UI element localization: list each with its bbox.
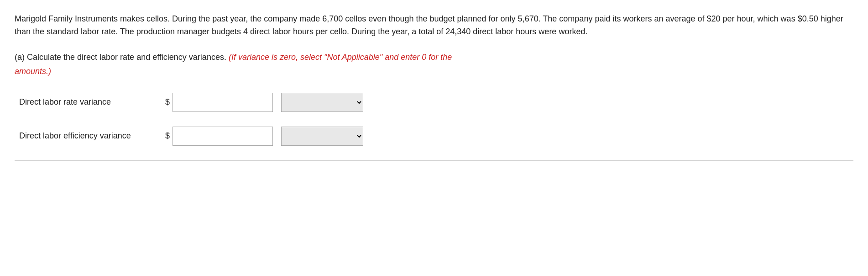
rate-variance-input[interactable]: [173, 93, 273, 112]
page-container: Marigold Family Instruments makes cellos…: [0, 0, 868, 175]
instruction-red-inline: (If variance is zero, select "Not Applic…: [229, 53, 452, 62]
rate-variance-label: Direct labor rate variance: [19, 97, 165, 107]
rate-dollar-sign: $: [165, 97, 170, 107]
rate-variance-row: Direct labor rate variance $ Favorable U…: [15, 93, 853, 112]
instruction-red-continuation: amounts.): [15, 67, 853, 76]
efficiency-dollar-sign: $: [165, 131, 170, 141]
question-part-a: (a) Calculate the direct labor rate and …: [15, 51, 853, 64]
rate-variance-select[interactable]: Favorable Unfavorable Not Applicable: [281, 93, 363, 112]
efficiency-variance-select[interactable]: Favorable Unfavorable Not Applicable: [281, 127, 363, 146]
efficiency-variance-input[interactable]: [173, 127, 273, 146]
efficiency-variance-row: Direct labor efficiency variance $ Favor…: [15, 127, 853, 146]
bottom-divider: [15, 160, 853, 161]
part-a-label: (a) Calculate the direct labor rate and …: [15, 53, 226, 62]
intro-paragraph: Marigold Family Instruments makes cellos…: [15, 13, 853, 38]
efficiency-variance-label: Direct labor efficiency variance: [19, 131, 165, 141]
